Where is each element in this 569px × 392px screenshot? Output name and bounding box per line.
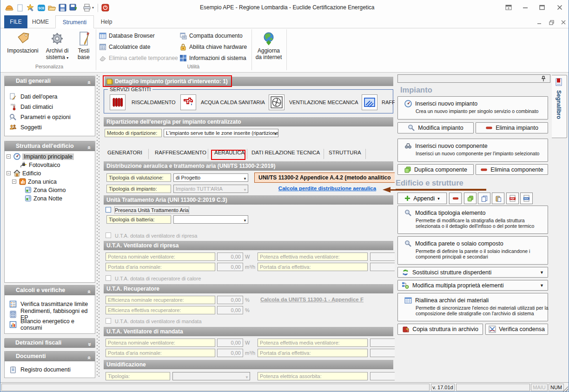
tab-dati-relazione[interactable]: DATI RELAZIONE TECNICA xyxy=(251,150,320,155)
riallinea-archivi-button[interactable]: Riallinea archivi dei materiali Permette… xyxy=(397,293,548,321)
collapse-chevron-icon[interactable]: « xyxy=(85,356,94,359)
tab-strumenti[interactable]: Strumenti xyxy=(55,15,94,28)
print-icon[interactable] xyxy=(81,2,92,13)
modifica-multipla-button[interactable]: Modifica multipla proprietà elementi▼ xyxy=(397,280,548,291)
open-folder-icon[interactable] xyxy=(46,2,57,13)
tab-generatori[interactable]: GENERATORI xyxy=(107,150,142,155)
mdi-minimize-button[interactable] xyxy=(534,19,544,26)
sidebar-item-parametri[interactable]: Parametri e opzioni xyxy=(5,112,95,122)
checkbox[interactable] xyxy=(106,207,111,213)
sostituisci-strutture-button[interactable]: Sostituisci strutture disperdenti▼ xyxy=(397,267,548,278)
tab-home[interactable]: HOME xyxy=(28,15,53,28)
incolla-elemento-button[interactable] xyxy=(492,193,504,204)
copia-elemento-button[interactable] xyxy=(478,193,490,204)
portata-effettiva-value[interactable]: 0,0 xyxy=(370,263,395,271)
tab-raffrescamento[interactable]: RAFFRESCAMENTO xyxy=(155,150,206,155)
tree-item-zona-notte[interactable]: Zona Notte xyxy=(5,194,95,203)
mdi-restore-button[interactable] xyxy=(546,19,556,26)
segnalibro-tab[interactable]: Segnalibro xyxy=(552,75,567,138)
panel-calcoli-header[interactable]: Calcoli e verifiche« xyxy=(5,286,95,295)
portata-nominale-value[interactable]: 0,00 xyxy=(217,263,243,271)
maximize-button[interactable] xyxy=(535,3,549,12)
tree-item-zona-giorno[interactable]: Zona Giorno xyxy=(5,186,95,194)
print-dropdown-arrow[interactable]: ▾ xyxy=(92,6,94,10)
pin-icon[interactable] xyxy=(541,76,546,82)
sidebar-item-dati-climatici[interactable]: Dati climatici xyxy=(5,102,95,112)
elimina-componente-button[interactable]: Elimina componente xyxy=(476,164,548,175)
svg-text:PDF: PDF xyxy=(510,198,515,200)
tree-collapse-icon[interactable]: − xyxy=(7,154,11,159)
new-document-icon[interactable] xyxy=(14,2,25,13)
compatta-documento-button[interactable]: Compatta documento xyxy=(179,31,243,40)
tab-help[interactable]: Help xyxy=(96,15,117,28)
portata-effettiva-value[interactable]: 0,0 xyxy=(370,349,395,357)
tree-collapse-icon[interactable]: − xyxy=(12,179,16,184)
portata-nominale-value[interactable]: 0,00 xyxy=(217,349,243,357)
tree-item-impianto-principale[interactable]: − Impianto principale xyxy=(5,153,95,161)
tree-collapse-icon[interactable]: − xyxy=(7,171,11,175)
informazioni-sistema-button[interactable]: Informazioni di sistema xyxy=(179,53,246,63)
inserisci-componente-button[interactable]: Inserisci nuovo componente Inserisci un … xyxy=(397,139,548,162)
potenza-nominale-value[interactable]: 0,00 xyxy=(217,339,243,347)
abilita-chiave-button[interactable]: Abilita chiave hardware xyxy=(179,42,247,52)
panel-documenti-header[interactable]: Documenti« xyxy=(5,352,95,361)
expand-chevron-icon[interactable]: » xyxy=(85,343,95,346)
metodo-ripartizione-combo[interactable]: L'impianto serve tutte le zone inserite … xyxy=(164,129,278,137)
inserisci-impianto-button[interactable]: Inserisci nuovo impianto Crea un nuovo i… xyxy=(397,96,548,120)
tab-file[interactable]: FILE xyxy=(4,15,27,28)
potenza-elettrica-label: Potenza elettrica assorbita: xyxy=(258,372,368,380)
tree-item-edificio[interactable]: − Edificio xyxy=(5,169,95,178)
panel-struttura-header[interactable]: Struttura dell'edificio« xyxy=(5,141,95,151)
save-icon[interactable] xyxy=(57,2,68,13)
collapse-chevron-icon[interactable]: « xyxy=(85,81,94,84)
tree-item-zona-unica[interactable]: − Zona unica xyxy=(5,178,95,186)
ribbon-collapse-button[interactable] xyxy=(502,3,516,12)
tab-struttura[interactable]: STRUTTURA xyxy=(329,150,361,155)
testi-base-button[interactable]: Testibase xyxy=(74,30,93,60)
potenza-nominale-value[interactable]: 0,00 xyxy=(217,252,243,261)
potenza-elettrica-value[interactable]: 0,0 xyxy=(370,372,395,380)
efficienza-effettiva-value[interactable]: 0,00 xyxy=(217,306,243,314)
potenza-effettiva-value[interactable]: 0,0 xyxy=(370,252,395,261)
tipologia-batteria-label: Tipologia di batteria: xyxy=(106,215,171,224)
tree-item-fotovoltaico[interactable]: Fotovoltaico xyxy=(5,161,95,169)
tipologia-valutazione-combo[interactable]: di Progetto▼ xyxy=(173,173,248,182)
duplica-elemento-button[interactable] xyxy=(464,193,476,204)
calcolatrice-date-button[interactable]: Calcolatrice date xyxy=(99,42,150,52)
impostazioni-button[interactable]: Impostazioni xyxy=(5,30,40,54)
collapse-chevron-icon[interactable]: « xyxy=(85,290,94,293)
calcola-perdite-link[interactable]: Calcola perdite distribuzione aeraulica xyxy=(260,186,395,191)
exit-icon[interactable] xyxy=(100,2,111,13)
tipologia-batteria-combo[interactable]: ▼ xyxy=(173,215,248,224)
modifica-parete-button[interactable]: Modifica parete o solaio composto Permet… xyxy=(397,236,548,265)
database-browser-button[interactable]: Database Browser xyxy=(99,31,155,40)
sidebar-item-soggetti[interactable]: Soggetti xyxy=(5,122,95,133)
verifica-condensa-button[interactable]: Verifica condensa xyxy=(485,324,548,335)
modifica-impianto-button[interactable]: Modifica impianto xyxy=(397,122,474,133)
copia-struttura-button[interactable]: Copia struttura in archivio xyxy=(397,324,483,335)
modifica-tipologia-button[interactable]: Modifica tipologia elemento Permette di … xyxy=(397,206,548,234)
minimize-button[interactable] xyxy=(518,3,532,12)
esporta-pdf-button[interactable]: PDF xyxy=(506,193,519,204)
duplica-componente-button[interactable]: Duplica componente xyxy=(397,164,474,175)
archivi-di-sistema-button[interactable]: Archivi disistema ▾ xyxy=(42,30,72,60)
sidebar-item-registro-documenti[interactable]: Registro documenti xyxy=(5,365,95,375)
panel-detrazioni-header[interactable]: Detrazioni fiscali» xyxy=(4,338,95,348)
aggiorna-internet-button[interactable]: Aggiornada internet xyxy=(254,30,283,60)
wizard-icon[interactable] xyxy=(25,2,36,13)
sidebar-splitter[interactable] xyxy=(96,75,100,377)
esporta-doc-button[interactable]: DOC xyxy=(520,193,533,204)
elimina-elemento-button[interactable] xyxy=(449,193,462,204)
collapse-chevron-icon[interactable]: « xyxy=(85,146,94,149)
potenza-effettiva-value[interactable]: 0,0 xyxy=(370,339,395,347)
panel-dati-generali-header[interactable]: Dati generali« xyxy=(5,76,95,86)
sidebar-item-dati-opera[interactable]: Dati dell'opera xyxy=(5,92,95,102)
efficienza-nominale-value[interactable]: 0,00 xyxy=(217,296,243,304)
close-button[interactable] xyxy=(553,3,567,12)
elimina-impianto-button[interactable]: Elimina impianto xyxy=(476,122,548,133)
sidebar-item-bilancio[interactable]: Bilancio energetico e consumi xyxy=(5,319,95,330)
sce-icon[interactable]: SCE xyxy=(36,2,46,13)
save-as-icon[interactable] xyxy=(68,2,79,13)
appendi-button[interactable]: Appendi▾ xyxy=(397,193,447,204)
mdi-close-button[interactable] xyxy=(558,19,569,26)
